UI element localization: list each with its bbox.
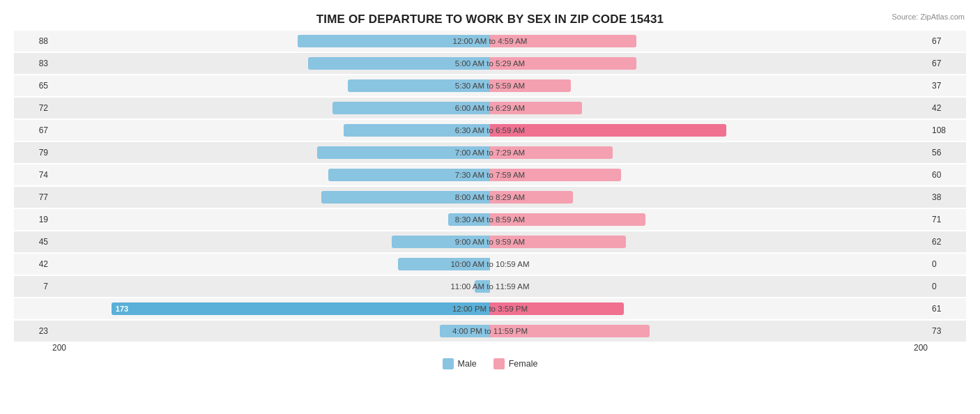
male-value-inside: 173 [116,305,128,313]
bars-wrapper: 7:30 AM to 7:59 AM [52,164,928,185]
chart-row: 711:00 AM to 11:59 AM0 [14,276,966,297]
chart-title: TIME OF DEPARTURE TO WORK BY SEX IN ZIP … [14,13,966,26]
male-value: 83 [14,59,52,68]
male-value: 23 [14,326,52,336]
bars-wrapper: 12:00 AM to 4:59 AM [52,31,928,52]
female-bar [490,124,726,137]
time-label: 12:00 AM to 4:59 AM [453,37,528,45]
bars-wrapper: 5:30 AM to 5:59 AM [52,75,928,96]
male-value: 72 [14,103,52,113]
chart-row: 234:00 PM to 11:59 PM73 [14,321,966,342]
chart-row: 835:00 AM to 5:29 AM67 [14,53,966,74]
female-value: 42 [928,103,966,113]
time-label: 4:00 PM to 11:59 PM [452,327,528,335]
male-value: 88 [14,36,52,46]
female-value: 60 [928,170,966,180]
bars-wrapper: 5:00 AM to 5:29 AM [52,53,928,74]
chart-row: 17312:00 PM to 3:59 PM61 [14,298,966,319]
female-swatch [493,358,505,369]
bars-wrapper: 7:00 AM to 7:29 AM [52,142,928,163]
chart-row: 676:30 AM to 6:59 AM108 [14,120,966,141]
time-label: 6:30 AM to 6:59 AM [455,126,525,135]
bars-wrapper: 8:30 AM to 8:59 AM [52,209,928,230]
bars-wrapper: 8:00 AM to 8:29 AM [52,187,928,208]
bars-wrapper: 6:30 AM to 6:59 AM [52,120,928,141]
male-value: 67 [14,125,52,135]
female-value: 61 [928,304,966,314]
male-value: 45 [14,237,52,247]
time-label: 6:00 AM to 6:29 AM [455,104,525,112]
chart-area: 8812:00 AM to 4:59 AM67835:00 AM to 5:29… [14,31,966,342]
bars-wrapper: 17312:00 PM to 3:59 PM [52,298,928,319]
time-label: 7:30 AM to 7:59 AM [455,171,525,179]
source-label: Source: ZipAtlas.com [891,13,965,21]
female-value: 108 [928,125,966,135]
male-label: Male [458,359,477,369]
time-label: 8:00 AM to 8:29 AM [455,193,525,201]
female-value: 56 [928,148,966,158]
chart-row: 726:00 AM to 6:29 AM42 [14,98,966,118]
time-label: 5:30 AM to 5:59 AM [455,82,525,90]
chart-row: 655:30 AM to 5:59 AM37 [14,75,966,96]
time-label: 9:00 AM to 9:59 AM [455,238,525,246]
female-value: 0 [928,282,966,291]
legend-female: Female [493,358,538,369]
time-label: 8:30 AM to 8:59 AM [455,215,525,224]
axis-right: 200 [914,343,928,353]
axis-labels: 200 200 [14,343,966,353]
bars-wrapper: 10:00 AM to 10:59 AM [52,254,928,275]
male-value: 79 [14,148,52,158]
bars-wrapper: 4:00 PM to 11:59 PM [52,321,928,342]
chart-row: 198:30 AM to 8:59 AM71 [14,209,966,230]
time-label: 12:00 PM to 3:59 PM [452,305,528,313]
bars-wrapper: 6:00 AM to 6:29 AM [52,98,928,118]
time-label: 11:00 AM to 11:59 AM [450,282,529,291]
chart-row: 4210:00 AM to 10:59 AM0 [14,254,966,275]
axis-left: 200 [52,343,66,353]
chart-row: 459:00 AM to 9:59 AM62 [14,231,966,252]
male-value: 65 [14,81,52,91]
female-value: 0 [928,259,966,269]
chart-container: TIME OF DEPARTURE TO WORK BY SEX IN ZIP … [0,0,980,414]
bars-wrapper: 9:00 AM to 9:59 AM [52,231,928,252]
female-value: 71 [928,215,966,224]
male-bar: 173 [112,302,490,315]
male-value: 19 [14,215,52,224]
legend-male: Male [443,358,477,369]
male-value: 42 [14,259,52,269]
male-value: 74 [14,170,52,180]
legend: Male Female [14,358,966,369]
female-value: 37 [928,81,966,91]
male-value: 77 [14,192,52,202]
female-value: 62 [928,237,966,247]
female-label: Female [509,359,538,369]
time-label: 10:00 AM to 10:59 AM [450,260,529,268]
chart-row: 778:00 AM to 8:29 AM38 [14,187,966,208]
chart-row: 797:00 AM to 7:29 AM56 [14,142,966,163]
time-label: 7:00 AM to 7:29 AM [455,148,525,157]
female-value: 67 [928,59,966,68]
male-swatch [443,358,454,369]
male-value: 7 [14,282,52,291]
female-value: 38 [928,192,966,202]
female-value: 73 [928,326,966,336]
chart-row: 747:30 AM to 7:59 AM60 [14,164,966,185]
time-label: 5:00 AM to 5:29 AM [455,59,525,68]
chart-row: 8812:00 AM to 4:59 AM67 [14,31,966,52]
bars-wrapper: 11:00 AM to 11:59 AM [52,276,928,297]
female-value: 67 [928,36,966,46]
